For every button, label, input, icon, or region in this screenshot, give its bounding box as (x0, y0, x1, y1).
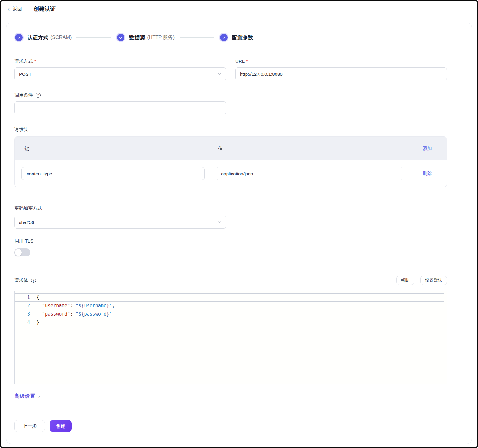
line-number: 4 (15, 318, 35, 327)
help-button[interactable]: 帮助 (396, 276, 414, 285)
code-line[interactable]: 4} (15, 318, 444, 327)
required-asterisk: * (34, 58, 36, 64)
key-column-header: 键 (15, 146, 216, 152)
step-label: 配置参数 (232, 34, 253, 41)
back-chevron-icon[interactable]: ‹ (8, 6, 10, 12)
value-column-header: 值 (216, 146, 408, 152)
code-text: "password": "${password}" (35, 310, 112, 318)
horizontal-scrollbar[interactable] (15, 381, 444, 384)
advanced-settings-link[interactable]: 高级设置 › (14, 393, 447, 400)
chevron-down-icon (217, 72, 222, 76)
step-data-source[interactable]: 数据源 (HTTP 服务) (116, 33, 175, 42)
header-value-input[interactable] (221, 171, 398, 176)
step-label: 认证方式 (27, 34, 48, 41)
step-check-icon (116, 33, 125, 42)
step-auth-method[interactable]: 认证方式 (SCRAM) (14, 33, 72, 42)
code-text: { (35, 293, 39, 302)
request-body-header: 请求体 ? 帮助 设置默认 (14, 276, 447, 285)
help-circle-icon[interactable]: ? (36, 93, 41, 98)
line-number: 2 (15, 302, 35, 310)
url-input-wrap (235, 67, 447, 80)
chevron-down-icon (217, 220, 222, 224)
code-text: } (35, 318, 39, 327)
top-bar: ‹ 返回 创建认证 (1, 1, 477, 17)
request-method-label: 请求方式* (14, 58, 226, 64)
tls-toggle[interactable] (14, 248, 30, 256)
request-body-editor[interactable]: 1{2 "username": "${username}",3 "passwor… (14, 291, 447, 384)
delete-header-button[interactable]: 删除 (408, 171, 447, 177)
header-row: 删除 (15, 160, 447, 187)
code-line[interactable]: 3 "password": "${password}" (15, 310, 444, 318)
toggle-knob (15, 249, 22, 256)
set-default-button[interactable]: 设置默认 (420, 276, 447, 285)
code-text: "username": "${username}", (35, 302, 115, 310)
condition-label: 调用条件 ? (14, 92, 447, 98)
step-connector (180, 37, 214, 38)
step-suffix: (SCRAM) (50, 35, 72, 40)
step-check-icon (219, 33, 228, 42)
title-divider (28, 6, 28, 11)
header-key-wrap (21, 167, 205, 180)
stepper: 认证方式 (SCRAM) 数据源 (HTTP 服务) (14, 32, 447, 43)
request-method-field: 请求方式* POST (14, 58, 226, 80)
header-value-wrap (216, 167, 403, 180)
vertical-scrollbar[interactable] (444, 291, 447, 384)
code-line[interactable]: 2 "username": "${username}", (15, 302, 444, 310)
request-body-label: 请求体 (14, 277, 28, 283)
step-label: 数据源 (129, 34, 145, 41)
url-field: URL* (235, 58, 447, 80)
code-line[interactable]: 1{ (15, 293, 444, 302)
step-configure-params[interactable]: 配置参数 (219, 33, 253, 42)
chevron-right-icon: › (38, 394, 40, 399)
step-check-icon (14, 33, 24, 42)
request-headers-table: 键 值 添加 删除 (14, 136, 447, 187)
line-number: 3 (15, 310, 35, 318)
previous-step-button[interactable]: 上一步 (14, 420, 45, 432)
page-title: 创建认证 (33, 5, 56, 13)
encryption-field: 密码加密方式 sha256 (14, 205, 447, 229)
tls-field: 启用 TLS (14, 238, 447, 256)
add-header-button[interactable]: 添加 (408, 146, 447, 152)
code-lines: 1{2 "username": "${username}",3 "passwor… (15, 293, 444, 327)
footer-actions: 上一步 创建 (14, 420, 447, 432)
encryption-label: 密码加密方式 (14, 205, 447, 211)
request-method-value: POST (19, 71, 32, 77)
condition-input[interactable] (19, 106, 222, 111)
request-method-select[interactable]: POST (14, 67, 226, 80)
back-button[interactable]: 返回 (13, 6, 22, 12)
create-auth-card: 认证方式 (SCRAM) 数据源 (HTTP 服务) (6, 23, 472, 444)
tls-label: 启用 TLS (14, 238, 447, 244)
condition-input-wrap (14, 101, 226, 114)
condition-field: 调用条件 ? (14, 92, 447, 114)
line-number: 1 (15, 293, 35, 302)
step-connector (76, 37, 111, 38)
encryption-select[interactable]: sha256 (14, 216, 226, 229)
encryption-value: sha256 (19, 220, 34, 225)
required-asterisk: * (246, 58, 248, 64)
step-suffix: (HTTP 服务) (147, 34, 175, 41)
header-key-input[interactable] (27, 171, 199, 176)
help-circle-icon[interactable]: ? (31, 278, 36, 283)
url-input[interactable] (240, 71, 442, 77)
url-label: URL* (235, 58, 447, 64)
headers-table-head: 键 值 添加 (15, 137, 447, 160)
request-headers-label: 请求头 (14, 127, 447, 133)
create-button[interactable]: 创建 (50, 420, 72, 432)
